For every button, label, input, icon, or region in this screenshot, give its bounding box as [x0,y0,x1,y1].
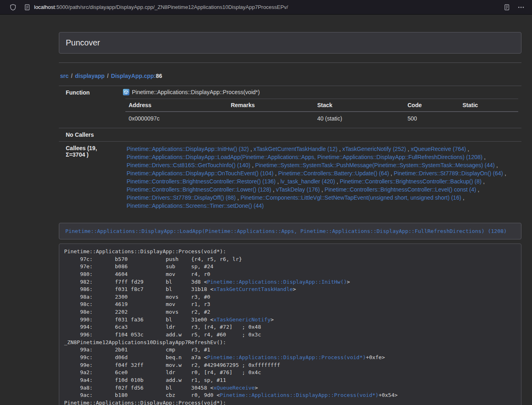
callee-separator: , [236,194,241,201]
function-row-label: Function [59,86,118,128]
breadcrumb-link[interactable]: displayapp [75,73,105,79]
page-identity-icon[interactable] [24,4,30,11]
callee-separator: , [271,186,276,193]
column-header-code: Code [404,99,459,112]
symbol-link-panel: Pinetime::Applications::DisplayApp::Load… [59,223,521,239]
callee-separator: , [274,170,278,177]
callee-separator: , [503,170,506,177]
url-host-text: localhost [34,4,55,10]
callee-separator: , [406,146,411,152]
callee-link[interactable]: Pinetime::System::SystemTask::PushMessag… [255,162,495,168]
puncover-header-panel: Puncover [59,32,521,54]
callee-separator: , [320,186,325,193]
code-symbol-link[interactable]: xTaskGenericNotify [213,317,271,323]
code-symbol-link[interactable]: xTaskGetCurrentTaskHandle [213,286,293,292]
callee-link[interactable]: Pinetime::Controllers::BrightnessControl… [340,178,481,185]
callee-separator: , [249,146,254,152]
callee-link[interactable]: Pinetime::Applications::Screens::Timer::… [127,202,264,209]
breadcrumb-separator: / [69,73,75,79]
callee-link[interactable]: Pinetime::Controllers::BrightnessControl… [127,186,271,193]
page-content: Puncover src / displayapp / DisplayApp.c… [59,15,521,405]
disassembly-code-block: Pinetime::Applications::DisplayApp::Proc… [59,243,521,405]
function-row: Function Pinetime::Applicatio [59,86,521,128]
code-symbol-link[interactable]: Pinetime::Applications::DisplayApp::Init… [207,279,347,285]
value-remarks [228,112,314,125]
callee-separator: , [476,186,479,193]
breadcrumb: src / displayapp / DisplayApp.cpp:86 [59,69,521,82]
callee-separator: , [335,178,340,185]
function-symbol-name: Pinetime::Applications::DisplayApp::Proc… [132,89,260,95]
code-symbol-link[interactable]: Pinetime::Applications::DisplayApp::Proc… [220,392,379,398]
callee-separator: , [276,178,280,185]
column-header-remarks: Remarks [228,99,314,112]
url-bar[interactable]: localhost:5000/path/src/displayapp/Displ… [34,4,504,10]
reader-mode-icon[interactable] [504,4,510,11]
tracking-protection-shield-icon[interactable] [10,4,16,11]
callee-link[interactable]: Pinetime::Applications::DisplayApp::OnTo… [127,170,274,177]
callee-separator: , [482,178,485,185]
details-header-row: AddressRemarksStackCodeStatic [125,99,518,112]
callee-link[interactable]: Pinetime::Controllers::Battery::Update()… [278,170,389,177]
callee-separator: , [482,154,486,160]
breadcrumb-separator: / [105,73,111,79]
code-symbol-link[interactable]: Pinetime::Applications::DisplayApp::Proc… [207,354,366,360]
callee-separator: , [461,194,465,201]
no-callers-label: No Callers [59,128,118,142]
callee-link[interactable]: xQueueReceive (764) [411,146,466,152]
function-details-table: AddressRemarksStackCodeStatic 0x0000097c… [125,99,518,125]
code-symbol-link[interactable]: xQueueReceive [213,385,255,391]
value-address: 0x0000097c [125,112,228,125]
function-symbol-line: Pinetime::Applications::DisplayApp::Proc… [123,89,518,95]
callee-link[interactable]: vTaskDelay (176) [276,186,320,193]
details-value-row: 0x0000097c40 (static)500 [125,112,518,125]
callee-separator: , [495,162,498,168]
callee-link[interactable]: Pinetime::Controllers::BrightnessControl… [127,178,276,185]
no-callers-row: No Callers [59,128,521,142]
value-code: 500 [404,112,459,125]
breadcrumb-line-number: 86 [156,73,162,79]
callee-link[interactable]: xTaskGenericNotify (252) [342,146,406,152]
loadapp-symbol-link[interactable]: Pinetime::Applications::DisplayApp::Load… [65,228,507,234]
column-header-stack: Stack [314,99,405,112]
column-header-static: Static [459,99,518,112]
function-icon [123,89,129,95]
divider [59,62,521,63]
callee-link[interactable]: Pinetime::Components::LittleVgl::SetNewT… [241,194,461,201]
callee-separator: , [250,162,255,168]
callees-row: Callees (19, Σ=3704 ) Pinetime::Applicat… [59,142,521,215]
callee-separator: , [389,170,394,177]
browser-toolbar: localhost:5000/path/src/displayapp/Displ… [0,0,532,15]
callees-label: Callees (19, Σ=3704 ) [59,142,118,215]
callee-link[interactable]: Pinetime::Controllers::BrightnessControl… [325,186,476,193]
url-path-text: :5000/path/src/displayapp/DisplayApp.cpp… [55,4,288,10]
breadcrumb-link[interactable]: DisplayApp.cpp: [111,73,156,79]
callees-list: Pinetime::Applications::DisplayApp::Init… [127,145,518,210]
column-header-address: Address [125,99,228,112]
callee-separator: , [338,146,342,152]
value-static [459,112,518,125]
callee-separator: , [466,146,469,152]
callee-link[interactable]: Pinetime::Drivers::St7789::DisplayOff() … [127,194,236,201]
callee-link[interactable]: Pinetime::Drivers::Cst816S::GetTouchInfo… [127,162,250,168]
callee-link[interactable]: Pinetime::Applications::DisplayApp::Init… [127,146,249,152]
callee-link[interactable]: lv_task_handler (420) [280,178,335,185]
value-stack: 40 (static) [314,112,405,125]
breadcrumb-link[interactable]: src [60,73,69,79]
callee-link[interactable]: xTaskGetCurrentTaskHandle (12) [254,146,338,152]
callee-link[interactable]: Pinetime::Drivers::St7789::DisplayOn() (… [394,170,503,177]
page-title: Puncover [66,38,100,47]
callee-link[interactable]: Pinetime::Applications::DisplayApp::Load… [127,154,482,160]
function-table: Function Pinetime::Applicatio [59,86,521,215]
more-options-icon[interactable] [517,4,525,11]
